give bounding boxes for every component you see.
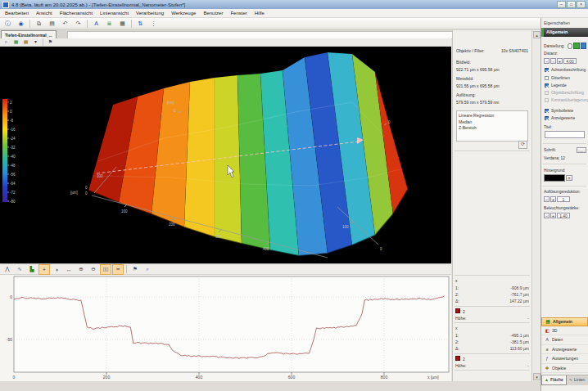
zoom-out-icon[interactable]: ⊖: [88, 264, 99, 275]
pan-icon[interactable]: ↔: [63, 264, 75, 275]
menu-verarbeitung[interactable]: Verarbeitung: [136, 11, 164, 16]
menu-hilfe[interactable]: Hilfe: [255, 11, 265, 16]
copy-icon[interactable]: ⧉: [33, 18, 45, 29]
font-icon[interactable]: A: [90, 18, 102, 29]
zoom-select-icon[interactable]: ⌕: [142, 264, 153, 275]
main-toolbar: ⓘ ◉ ⧉ ▤ ↶ ↷ A ≣ ▦ ⇅ ⋮: [0, 18, 588, 29]
decrement-button[interactable]: -: [544, 196, 550, 202]
refresh-button[interactable]: ⟳: [518, 141, 527, 149]
colormap-rainbow-icon[interactable]: ▦: [21, 38, 30, 46]
histogram-icon[interactable]: ▙: [26, 264, 38, 275]
radio-icon[interactable]: [568, 43, 573, 49]
checkbox-icon[interactable]: [545, 116, 549, 120]
colormap-green-icon[interactable]: ▦: [11, 38, 20, 46]
svg-text:-50: -50: [7, 337, 12, 342]
nav-item-auswertungen[interactable]: ƒ Auswertungen: [541, 354, 588, 364]
svg-text:400: 400: [263, 247, 269, 251]
fit-vertical-icon[interactable]: ⋀: [2, 264, 13, 275]
sort-icon[interactable]: ⇅: [134, 18, 147, 29]
nav-item-objekte[interactable]: ❖ Objekte: [541, 364, 588, 374]
processing-item[interactable]: Z-Bereich: [459, 125, 526, 132]
checkbox-symbolleiste[interactable]: Symbolleiste: [545, 109, 573, 114]
schrift-label: Schrift:: [544, 148, 556, 152]
checkbox-gitterlinien[interactable]: Gitterlinien: [545, 76, 570, 81]
undo-icon[interactable]: ↶: [59, 18, 71, 29]
maximize-button[interactable]: □: [567, 1, 576, 8]
menu-fenster[interactable]: Fenster: [230, 11, 247, 16]
checkbox-icon[interactable]: [545, 76, 549, 80]
increment-button[interactable]: +: [557, 58, 563, 64]
zoom-in-icon[interactable]: ⊕: [75, 264, 87, 275]
globe-icon[interactable]: ◉: [15, 18, 27, 29]
layers-icon[interactable]: ≣: [103, 18, 115, 29]
distance-dot-button[interactable]: ·: [550, 58, 556, 64]
svg-text:0: 0: [388, 120, 391, 124]
pin-icon[interactable]: ⚑: [46, 38, 55, 46]
distanz-value[interactable]: 4.00: [563, 58, 577, 64]
aufloesungsreduktion-value[interactable]: 1: [557, 196, 570, 202]
beleuchtungsstaerke-stepper: - + 1.40: [544, 213, 586, 218]
chevron-down-icon[interactable]: ▾: [31, 38, 40, 46]
info-icon[interactable]: ⓘ: [2, 18, 14, 29]
nav-item-anzeigewerte[interactable]: ≡ Anzeigewerte: [541, 345, 588, 355]
menu-werkzeuge[interactable]: Werkzeuge: [171, 11, 196, 16]
checkbox-icon[interactable]: [545, 68, 549, 72]
close-button[interactable]: ×: [577, 1, 586, 8]
tab-flaeche[interactable]: ▲ Fläche: [541, 375, 567, 385]
nav-item-allgemein[interactable]: ▤ Allgemein: [541, 317, 588, 326]
profile-chart[interactable]: 0 200 400 600 800 x [µm] 0 -50: [0, 275, 451, 381]
contrast-icon[interactable]: ◑: [51, 264, 62, 275]
checkbox-achsenbeschriftung[interactable]: Achsenbeschriftung: [545, 68, 586, 73]
font-picker-button[interactable]: …: [577, 147, 586, 153]
color-dropdown-icon[interactable]: ▾: [566, 175, 572, 181]
scroll-up-icon[interactable]: ▴: [533, 31, 541, 38]
tab-linien[interactable]: ∿ Linien: [567, 375, 588, 384]
pin-icon[interactable]: ⚑: [129, 264, 141, 275]
processing-list[interactable]: Lineare Regression Median Z-Bereich: [456, 110, 528, 142]
beleuchtungsstaerke-value[interactable]: 1.40: [557, 213, 570, 218]
titel-input[interactable]: [545, 131, 585, 138]
processing-item[interactable]: Median: [459, 119, 526, 126]
step-markers-icon[interactable]: ▯▯: [100, 264, 111, 275]
step-measure-icon[interactable]: ≍: [112, 264, 124, 275]
bottom-tab-bar: ▲ Fläche ∿ Linien: [541, 375, 588, 385]
toolbar-separator: [43, 38, 43, 47]
nav-item-3d[interactable]: ◧ 3D: [541, 326, 588, 336]
vertical-scrollbar[interactable]: ▴ ▾: [531, 30, 541, 381]
minimize-button[interactable]: –: [557, 1, 566, 8]
increment-button[interactable]: +: [550, 213, 556, 218]
magnifier-icon[interactable]: ⌕: [2, 38, 11, 46]
checkbox-anzeigewerte[interactable]: Anzeigewerte: [545, 116, 575, 121]
texture-mode-icon[interactable]: [581, 43, 586, 49]
cube-icon: ◧: [545, 328, 550, 333]
menu-linienansicht[interactable]: Linienansicht: [100, 11, 129, 16]
decrement-button[interactable]: -: [544, 213, 550, 218]
menu-ansicht[interactable]: Ansicht: [36, 11, 52, 16]
processing-item[interactable]: Lineare Regression: [459, 113, 526, 119]
background-color-swatch[interactable]: [544, 174, 565, 182]
surface-3d-canvas[interactable]: 2 0 -8 -16 -24 -32 -40 -48 -56 -64 -72 -…: [0, 47, 451, 263]
checkbox-icon[interactable]: [545, 109, 549, 113]
menu-flaechenansicht[interactable]: Flächenansicht: [60, 11, 93, 16]
divider: [543, 143, 586, 144]
grip-icon[interactable]: ⋮: [147, 18, 160, 29]
paste-icon[interactable]: ▤: [46, 18, 58, 29]
surface-mode-icon[interactable]: [573, 43, 579, 49]
increment-button[interactable]: +: [550, 196, 556, 202]
profile-icon[interactable]: ∿: [14, 264, 25, 275]
report-icon[interactable]: ▦: [116, 18, 129, 29]
checkbox-legende[interactable]: Legende: [545, 83, 567, 88]
nav-item-daten[interactable]: A Daten: [541, 335, 588, 345]
redo-icon[interactable]: ↷: [72, 18, 84, 29]
scroll-down-icon[interactable]: ▾: [533, 373, 541, 380]
application-window: 4.8 (Beta, läuft am 20.02.2025 ab.) - [T…: [0, 0, 588, 391]
crosshair-icon[interactable]: +: [38, 264, 50, 275]
menu-bearbeiten[interactable]: Bearbeiten: [5, 11, 29, 16]
list-icon: ≡: [545, 347, 550, 352]
checkbox-icon[interactable]: [545, 83, 549, 88]
decrement-button[interactable]: -: [544, 58, 550, 64]
svg-text:-40: -40: [10, 155, 16, 159]
menu-benutzer[interactable]: Benutzer: [203, 11, 223, 16]
title-bar[interactable]: 4.8 (Beta, läuft am 20.02.2025 ab.) - [T…: [0, 0, 588, 9]
surface-3d-view[interactable]: 2 0 -8 -16 -24 -32 -40 -48 -56 -64 -72 -…: [0, 47, 451, 263]
